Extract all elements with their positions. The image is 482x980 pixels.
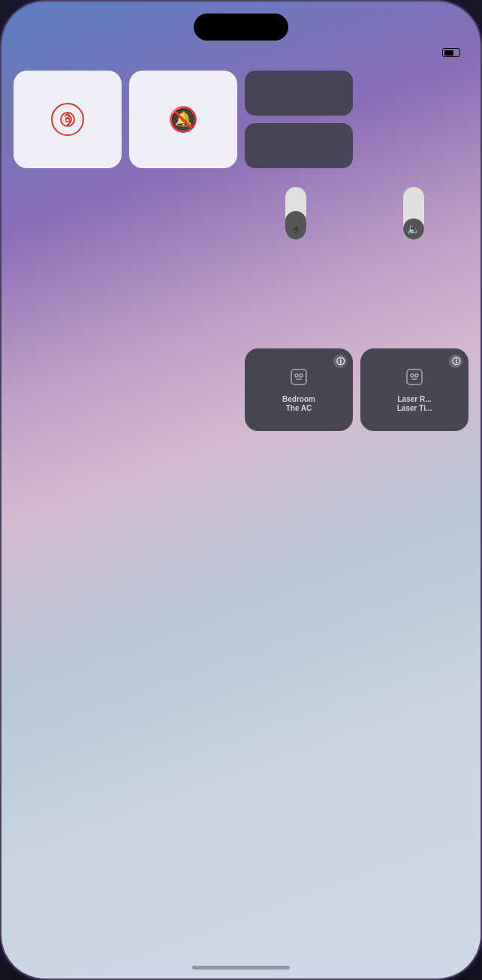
brightness-slider-icon: ☀ — [291, 223, 301, 235]
dynamic-island — [194, 14, 288, 41]
outlet-icon-1 — [288, 366, 309, 387]
phone-frame: T-Mobile ⏰ 🕐 67% — [0, 0, 482, 980]
outlet-icon-2 — [404, 366, 425, 387]
laser-label: Laser R...Laser Ti... — [393, 395, 437, 413]
mute-tile[interactable]: 🔕 — [129, 71, 237, 168]
screen-lock-icon — [51, 103, 84, 136]
bedroom-ac-label: BedroomThe AC — [278, 395, 320, 413]
ac-info-badge: ⓘ — [333, 354, 347, 368]
tile-unknown-top[interactable] — [245, 71, 353, 116]
laser-timer-tile[interactable]: ⓘ Laser R...Laser Ti... — [360, 348, 468, 431]
svg-point-14 — [295, 374, 298, 377]
tile-unknown-bottom[interactable] — [245, 123, 353, 168]
battery-icon — [442, 48, 462, 57]
bedroom-ac-tile[interactable]: ⓘ BedroomThe AC — [245, 348, 353, 431]
mute-icon: 🔕 — [168, 105, 198, 134]
laser-info-badge: ⓘ — [449, 354, 462, 368]
svg-point-15 — [300, 374, 303, 377]
volume-slider-icon: 🔈 — [407, 223, 420, 235]
svg-point-18 — [415, 374, 418, 377]
svg-rect-2 — [67, 119, 69, 122]
svg-rect-16 — [407, 369, 422, 384]
home-indicator[interactable] — [192, 966, 290, 969]
svg-rect-13 — [291, 369, 306, 384]
svg-point-17 — [411, 374, 414, 377]
screen-lock-tile[interactable] — [14, 71, 122, 168]
